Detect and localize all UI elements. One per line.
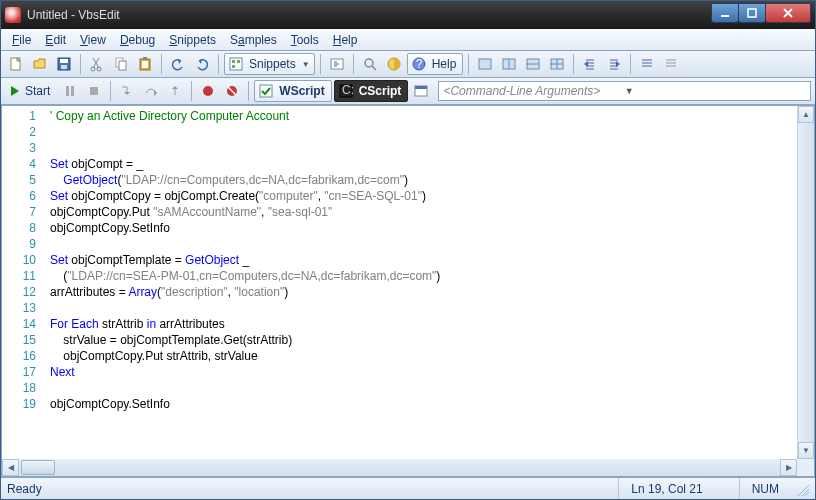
scroll-down-button[interactable]: ▼: [798, 442, 814, 459]
code-line[interactable]: Next: [50, 364, 797, 380]
code-line[interactable]: For Each strAttrib in arrAttributes: [50, 316, 797, 332]
scroll-right-button[interactable]: ▶: [780, 459, 797, 476]
run-button[interactable]: Start: [5, 80, 57, 102]
new-file-button[interactable]: [5, 53, 27, 75]
editor: 12345678910111213141516171819 ' Copy an …: [1, 105, 815, 477]
horizontal-scrollbar[interactable]: ◀ ▶: [2, 459, 797, 476]
code-line[interactable]: [50, 124, 797, 140]
cscript-label: CScript: [357, 84, 404, 98]
pane-2-button[interactable]: [498, 53, 520, 75]
code-line[interactable]: Set objCompt = _: [50, 156, 797, 172]
menu-debug[interactable]: Debug: [113, 31, 162, 49]
indent-button[interactable]: [603, 53, 625, 75]
line-number: 13: [2, 300, 36, 316]
line-number: 14: [2, 316, 36, 332]
line-number: 1: [2, 108, 36, 124]
code-line[interactable]: objComptCopy.SetInfo: [50, 220, 797, 236]
menu-tools[interactable]: Tools: [284, 31, 326, 49]
menu-help[interactable]: Help: [326, 31, 365, 49]
separator: [161, 54, 162, 74]
separator: [110, 81, 111, 101]
wscript-button[interactable]: WScript: [254, 80, 331, 102]
wscript-icon: [259, 84, 273, 98]
line-number: 2: [2, 124, 36, 140]
code-line[interactable]: objComptCopy.Put strAttrib, strValue: [50, 348, 797, 364]
save-button[interactable]: [53, 53, 75, 75]
menu-snippets[interactable]: Snippets: [162, 31, 223, 49]
cscript-button[interactable]: C: CScript: [334, 80, 409, 102]
code-line[interactable]: [50, 236, 797, 252]
help-button[interactable]: ? Help: [407, 53, 464, 75]
stop-button[interactable]: [83, 80, 105, 102]
separator: [80, 54, 81, 74]
scroll-left-button[interactable]: ◀: [2, 459, 19, 476]
code-line[interactable]: ' Copy an Active Directory Computer Acco…: [50, 108, 797, 124]
cscript-icon: C:: [339, 84, 353, 98]
menu-samples[interactable]: Samples: [223, 31, 284, 49]
titlebar[interactable]: Untitled - VbsEdit: [1, 1, 815, 29]
code-line[interactable]: objComptCopy.SetInfo: [50, 396, 797, 412]
minimize-button[interactable]: [711, 3, 739, 23]
scroll-up-button[interactable]: ▲: [798, 106, 814, 123]
svg-rect-32: [90, 87, 98, 95]
command-line-args-input[interactable]: <Command-Line Arguments> ▼: [438, 81, 811, 101]
object-browser-button[interactable]: [383, 53, 405, 75]
code-area[interactable]: ' Copy an Active Directory Computer Acco…: [42, 106, 797, 459]
chevron-down-icon[interactable]: ▼: [625, 86, 806, 96]
line-number: 8: [2, 220, 36, 236]
find-button[interactable]: [359, 53, 381, 75]
code-line[interactable]: [50, 380, 797, 396]
maximize-button[interactable]: [738, 3, 766, 23]
separator: [573, 54, 574, 74]
pane-3-button[interactable]: [522, 53, 544, 75]
close-button[interactable]: [765, 3, 811, 23]
code-line[interactable]: strValue = objComptTemplate.Get(strAttri…: [50, 332, 797, 348]
code-line[interactable]: ("LDAP://cn=SEA-PM-01,cn=Computers,dc=NA…: [50, 268, 797, 284]
scroll-track[interactable]: [798, 123, 814, 442]
pane-4-button[interactable]: [546, 53, 568, 75]
snippets-dropdown[interactable]: Snippets ▼: [224, 53, 315, 75]
line-number: 9: [2, 236, 36, 252]
compile-button[interactable]: [326, 53, 348, 75]
resize-grip-icon[interactable]: [795, 482, 809, 496]
step-over-button[interactable]: [140, 80, 162, 102]
code-line[interactable]: objComptCopy.Put "sAMAccountName", "sea-…: [50, 204, 797, 220]
scroll-thumb[interactable]: [21, 460, 55, 475]
menu-edit[interactable]: Edit: [38, 31, 73, 49]
svg-rect-13: [230, 58, 242, 70]
uncomment-button[interactable]: [660, 53, 682, 75]
code-line[interactable]: [50, 140, 797, 156]
copy-button[interactable]: [110, 53, 132, 75]
status-empty1: [715, 478, 739, 499]
redo-button[interactable]: [191, 53, 213, 75]
outdent-button[interactable]: [579, 53, 601, 75]
code-line[interactable]: arrAttributes = Array("description", "lo…: [50, 284, 797, 300]
paste-button[interactable]: [134, 53, 156, 75]
undo-button[interactable]: [167, 53, 189, 75]
breakpoint-clear-button[interactable]: [221, 80, 243, 102]
hta-button[interactable]: [410, 80, 432, 102]
comment-button[interactable]: [636, 53, 658, 75]
code-line[interactable]: [50, 300, 797, 316]
command-line-placeholder: <Command-Line Arguments>: [443, 84, 624, 98]
help-icon: ?: [412, 57, 426, 71]
code-line[interactable]: GetObject("LDAP://cn=Computers,dc=NA,dc=…: [50, 172, 797, 188]
cut-button[interactable]: [86, 53, 108, 75]
line-number: 4: [2, 156, 36, 172]
svg-rect-9: [119, 61, 126, 70]
separator: [218, 54, 219, 74]
code-line[interactable]: Set objComptCopy = objCompt.Create("comp…: [50, 188, 797, 204]
open-file-button[interactable]: [29, 53, 51, 75]
wscript-label: WScript: [277, 84, 326, 98]
step-into-button[interactable]: [116, 80, 138, 102]
vertical-scrollbar[interactable]: ▲ ▼: [797, 106, 814, 459]
code-line[interactable]: Set objComptTemplate = GetObject _: [50, 252, 797, 268]
menu-file[interactable]: File: [5, 31, 38, 49]
svg-rect-15: [237, 60, 240, 63]
line-number: 19: [2, 396, 36, 412]
step-out-button[interactable]: [164, 80, 186, 102]
pane-1-button[interactable]: [474, 53, 496, 75]
breakpoint-toggle-button[interactable]: [197, 80, 219, 102]
menu-view[interactable]: View: [73, 31, 113, 49]
pause-button[interactable]: [59, 80, 81, 102]
